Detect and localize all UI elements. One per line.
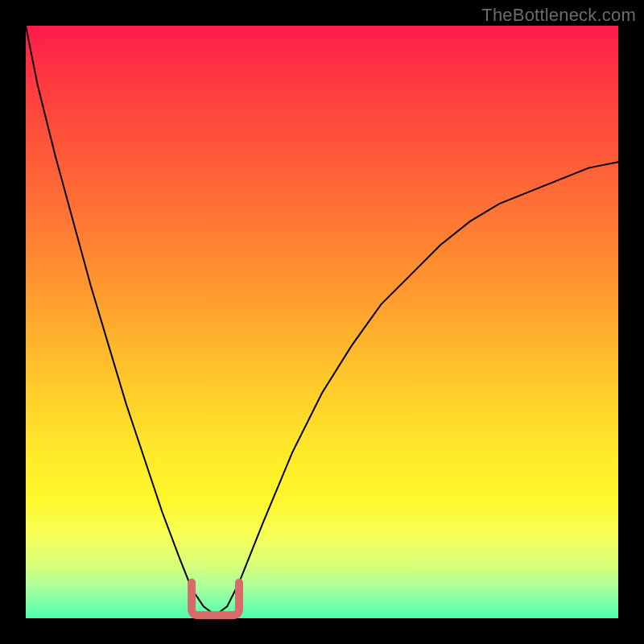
chart-plot-area — [26, 26, 618, 618]
bottleneck-curve — [26, 26, 618, 615]
chart-frame: TheBottleneck.com — [0, 0, 644, 644]
watermark-text: TheBottleneck.com — [481, 5, 636, 26]
chart-svg — [26, 26, 618, 618]
